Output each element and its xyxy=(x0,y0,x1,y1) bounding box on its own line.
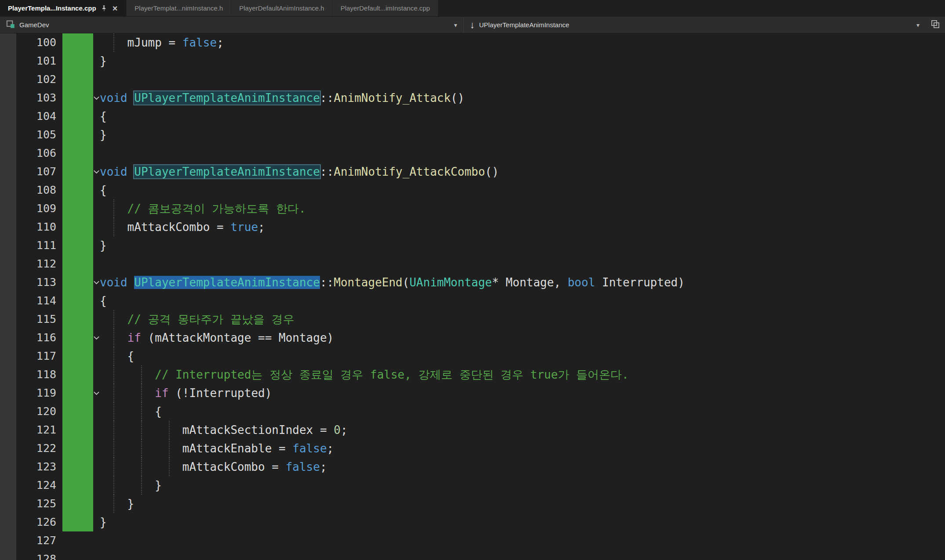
code-line[interactable]: 108{ xyxy=(0,181,945,199)
indent-guide xyxy=(113,421,114,439)
breakpoint-margin[interactable] xyxy=(0,163,16,181)
indent-guide xyxy=(113,402,114,421)
code-line[interactable]: 124 } xyxy=(0,476,945,495)
close-icon[interactable]: × xyxy=(112,4,119,13)
breakpoint-margin[interactable] xyxy=(0,218,16,236)
breakpoint-margin[interactable] xyxy=(0,550,16,560)
code-line[interactable]: 102 xyxy=(0,70,945,89)
breakpoint-margin[interactable] xyxy=(0,144,16,163)
code-line[interactable]: 114{ xyxy=(0,292,945,310)
editor-toolbar-button[interactable] xyxy=(926,17,945,33)
change-indicator xyxy=(62,513,93,531)
code-line[interactable]: 128 xyxy=(0,550,945,560)
breakpoint-margin[interactable] xyxy=(0,236,16,255)
code-line[interactable]: 127 xyxy=(0,531,945,550)
code-line[interactable]: 100 mJump = false; xyxy=(0,33,945,52)
fold-gutter xyxy=(93,439,100,458)
breakpoint-margin[interactable] xyxy=(0,273,16,292)
fold-gutter xyxy=(93,550,100,560)
breakpoint-margin[interactable] xyxy=(0,89,16,107)
code-line[interactable]: 101} xyxy=(0,52,945,70)
code-line[interactable]: 104{ xyxy=(0,107,945,126)
breakpoint-margin[interactable] xyxy=(0,513,16,531)
breakpoint-margin[interactable] xyxy=(0,439,16,458)
code-line[interactable]: 116 if (mAttackMontage == Montage) xyxy=(0,329,945,347)
code-line[interactable]: 123 mAttackCombo = false; xyxy=(0,458,945,476)
code-line[interactable]: 109 // 콤보공격이 가능하도록 한다. xyxy=(0,199,945,218)
code-line[interactable]: 119 if (!Interrupted) xyxy=(0,384,945,402)
code-line[interactable]: 122 mAttackEnable = false; xyxy=(0,439,945,458)
breakpoint-margin[interactable] xyxy=(0,329,16,347)
breakpoint-margin[interactable] xyxy=(0,292,16,310)
chevron-down-icon[interactable]: ▾ xyxy=(454,22,457,29)
indent-guide xyxy=(113,347,114,365)
breakpoint-margin[interactable] xyxy=(0,531,16,550)
code-text: } xyxy=(100,476,126,495)
code-line[interactable]: 107void UPlayerTemplateAnimInstance::Ani… xyxy=(0,163,945,181)
breakpoint-margin[interactable] xyxy=(0,126,16,144)
breakpoint-margin[interactable] xyxy=(0,458,16,476)
project-icon xyxy=(6,20,15,30)
code-text: { xyxy=(100,347,126,365)
change-indicator xyxy=(62,236,93,255)
code-text xyxy=(100,255,126,273)
breakpoint-margin[interactable] xyxy=(0,107,16,126)
change-indicator xyxy=(62,181,93,199)
line-number: 116 xyxy=(16,329,62,347)
change-indicator xyxy=(62,550,93,560)
fold-chevron-icon[interactable] xyxy=(93,329,100,347)
code-line[interactable]: 120 { xyxy=(0,402,945,421)
code-line[interactable]: 105} xyxy=(0,126,945,144)
code-line[interactable]: 112 xyxy=(0,255,945,273)
fold-chevron-icon[interactable] xyxy=(93,89,100,107)
code-line[interactable]: 106 xyxy=(0,144,945,163)
pin-icon[interactable] xyxy=(101,5,107,11)
project-dropdown[interactable]: GameDev ▾ xyxy=(0,17,464,33)
breakpoint-margin[interactable] xyxy=(0,310,16,329)
code-line[interactable]: 110 mAttackCombo = true; xyxy=(0,218,945,236)
document-tab-3[interactable]: PlayerDefault...imInstance.cpp xyxy=(333,0,438,16)
line-number: 100 xyxy=(16,33,62,52)
code-line[interactable]: 113void UPlayerTemplateAnimInstance::Mon… xyxy=(0,273,945,292)
document-tab-2[interactable]: PlayerDefaultAnimInstance.h xyxy=(231,0,332,16)
line-number: 119 xyxy=(16,384,62,402)
fold-chevron-icon[interactable] xyxy=(93,163,100,181)
breakpoint-margin[interactable] xyxy=(0,199,16,218)
code-line[interactable]: 118 // Interrupted는 정상 종료일 경우 false, 강제로… xyxy=(0,365,945,384)
document-tab-1[interactable]: PlayerTemplat...nimInstance.h xyxy=(127,0,231,16)
breakpoint-margin[interactable] xyxy=(0,255,16,273)
fold-gutter xyxy=(93,126,100,144)
code-text: if (!Interrupted) xyxy=(100,384,126,402)
breakpoint-margin[interactable] xyxy=(0,384,16,402)
code-line[interactable]: 126} xyxy=(0,513,945,531)
fold-chevron-icon[interactable] xyxy=(93,273,100,292)
code-text xyxy=(100,550,126,560)
code-line[interactable]: 117 { xyxy=(0,347,945,365)
fold-gutter xyxy=(93,144,100,163)
chevron-down-icon[interactable]: ▾ xyxy=(916,22,920,29)
fold-chevron-icon[interactable] xyxy=(93,384,100,402)
change-indicator xyxy=(62,458,93,476)
member-dropdown[interactable]: ↓ UPlayerTemplateAnimInstance ▾ xyxy=(464,17,926,33)
breakpoint-margin[interactable] xyxy=(0,181,16,199)
breakpoint-margin[interactable] xyxy=(0,52,16,70)
code-line[interactable]: 111} xyxy=(0,236,945,255)
code-line[interactable]: 115 // 공격 몽타주가 끝났을 경우 xyxy=(0,310,945,329)
breakpoint-margin[interactable] xyxy=(0,70,16,89)
breakpoint-margin[interactable] xyxy=(0,33,16,52)
document-tab-0[interactable]: PlayerTempla...Instance.cpp× xyxy=(0,0,127,16)
indent-guide xyxy=(141,439,142,458)
breakpoint-margin[interactable] xyxy=(0,476,16,495)
change-indicator xyxy=(62,255,93,273)
code-line[interactable]: 103void UPlayerTemplateAnimInstance::Ani… xyxy=(0,89,945,107)
line-number: 120 xyxy=(16,402,62,421)
breakpoint-margin[interactable] xyxy=(0,347,16,365)
code-editor[interactable]: 100 mJump = false;101}102103void UPlayer… xyxy=(0,33,945,560)
change-indicator xyxy=(62,218,93,236)
code-line[interactable]: 125 } xyxy=(0,495,945,513)
breakpoint-margin[interactable] xyxy=(0,421,16,439)
breakpoint-margin[interactable] xyxy=(0,402,16,421)
code-line[interactable]: 121 mAttackSectionIndex = 0; xyxy=(0,421,945,439)
breakpoint-margin[interactable] xyxy=(0,495,16,513)
breakpoint-margin[interactable] xyxy=(0,365,16,384)
